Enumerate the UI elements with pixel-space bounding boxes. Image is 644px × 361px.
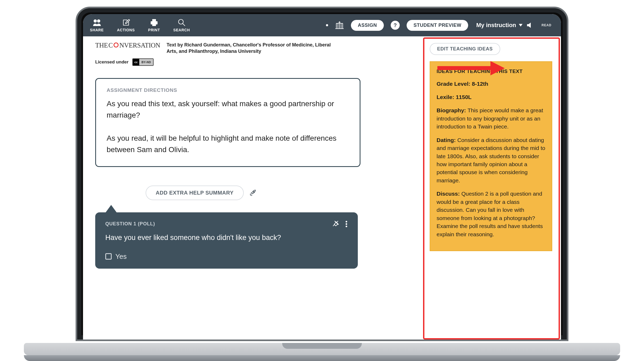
- license-label: Licensed under: [95, 59, 129, 65]
- question-card: QUESTION 1 (POLL) H: [95, 212, 358, 269]
- share-button[interactable]: SHARE: [90, 18, 104, 32]
- add-extra-help-button[interactable]: ADD EXTRA HELP SUMMARY: [146, 186, 244, 200]
- dot-icon: [326, 24, 328, 26]
- edit-teaching-ideas-button[interactable]: EDIT TEACHING IDEAS: [430, 43, 500, 55]
- poll-option-label: Yes: [115, 252, 127, 261]
- directions-body: As you read this text, ask yourself: wha…: [107, 98, 349, 156]
- more-vertical-icon[interactable]: [345, 220, 348, 228]
- ideas-title: IDEAS FOR TEACHING THIS TEXT: [437, 68, 545, 75]
- question-text: Have you ever liked someone who didn't l…: [105, 234, 348, 242]
- ideas-panel: IDEAS FOR TEACHING THIS TEXT Grade Level…: [430, 61, 552, 251]
- assignment-directions-box: ASSIGNMENT DIRECTIONS As you read this t…: [95, 78, 360, 167]
- question-header: QUESTION 1 (POLL): [105, 220, 348, 228]
- rocket-icon: [250, 189, 256, 196]
- actions-label: ACTIONS: [117, 28, 135, 32]
- license-row: Licensed under BY-ND: [95, 58, 411, 66]
- question-header-label: QUESTION 1 (POLL): [105, 221, 155, 227]
- printer-icon: [150, 18, 158, 27]
- toolbar-left-group: SHARE ACTIONS PRINT: [90, 18, 190, 32]
- directions-p2: As you read, it will be helpful to highl…: [107, 132, 349, 156]
- edit-square-icon: [122, 18, 130, 27]
- print-button[interactable]: PRINT: [148, 18, 160, 32]
- extra-help-row: ADD EXTRA HELP SUMMARY: [146, 186, 411, 200]
- svg-point-1: [97, 19, 100, 23]
- idea-discuss: Discuss: Question 2 is a poll question a…: [437, 190, 545, 238]
- idea-dating: Dating: Consider a discussion about dati…: [437, 136, 545, 185]
- cc-by-nd-badge: BY-ND: [132, 58, 154, 66]
- author-byline: Text by Richard Gunderman, Chancellor's …: [167, 42, 342, 55]
- svg-point-0: [94, 19, 97, 23]
- teaching-ideas-sidebar: EDIT TEACHING IDEAS IDEAS FOR TEACHING T…: [423, 37, 560, 339]
- people-icon: [92, 18, 102, 27]
- directions-label: ASSIGNMENT DIRECTIONS: [107, 87, 349, 93]
- main-content: THE C NVERSATION Text by Richard Gunderm…: [83, 36, 423, 339]
- student-preview-button[interactable]: STUDENT PREVIEW: [407, 20, 468, 31]
- help-icon[interactable]: ?: [391, 21, 400, 30]
- the-conversation-logo: THE C NVERSATION: [95, 42, 160, 49]
- speaker-icon[interactable]: [526, 22, 534, 29]
- search-icon: [178, 18, 186, 27]
- svg-point-11: [253, 191, 254, 192]
- directions-p1: As you read this text, ask yourself: wha…: [107, 98, 349, 121]
- toolbar-center-group: ASSIGN ? STUDENT PREVIEW: [326, 20, 468, 31]
- app-toolbar: SHARE ACTIONS PRINT: [83, 14, 561, 36]
- read-label: READ: [542, 23, 551, 27]
- building-icon[interactable]: [335, 21, 344, 30]
- svg-point-13: [346, 223, 347, 225]
- checkbox-icon: [105, 253, 112, 260]
- my-instruction-label: My instruction: [476, 22, 516, 29]
- search-button[interactable]: SEARCH: [173, 18, 190, 32]
- logo-o-icon: [114, 42, 119, 48]
- card-pointer-icon: [105, 205, 117, 213]
- svg-rect-4: [152, 23, 156, 26]
- grade-level: Grade Level: 8-12th: [437, 80, 545, 88]
- chevron-down-icon: [519, 24, 523, 27]
- svg-rect-2: [152, 19, 156, 21]
- search-label: SEARCH: [173, 28, 190, 32]
- lexile: Lexile: 1150L: [437, 93, 545, 101]
- svg-point-12: [346, 221, 347, 222]
- actions-button[interactable]: ACTIONS: [117, 18, 135, 32]
- assign-button[interactable]: ASSIGN: [351, 20, 384, 31]
- laptop-base: [24, 343, 620, 361]
- share-label: SHARE: [90, 28, 104, 32]
- svg-point-14: [346, 226, 347, 227]
- idea-biography: Biography: This piece would make a great…: [437, 106, 545, 131]
- attribution-block: THE C NVERSATION Text by Richard Gunderm…: [95, 42, 411, 55]
- poll-option-yes[interactable]: Yes: [105, 252, 348, 261]
- pin-icon[interactable]: [332, 220, 340, 228]
- my-instruction-dropdown[interactable]: My instruction: [476, 22, 522, 29]
- print-label: PRINT: [148, 28, 160, 32]
